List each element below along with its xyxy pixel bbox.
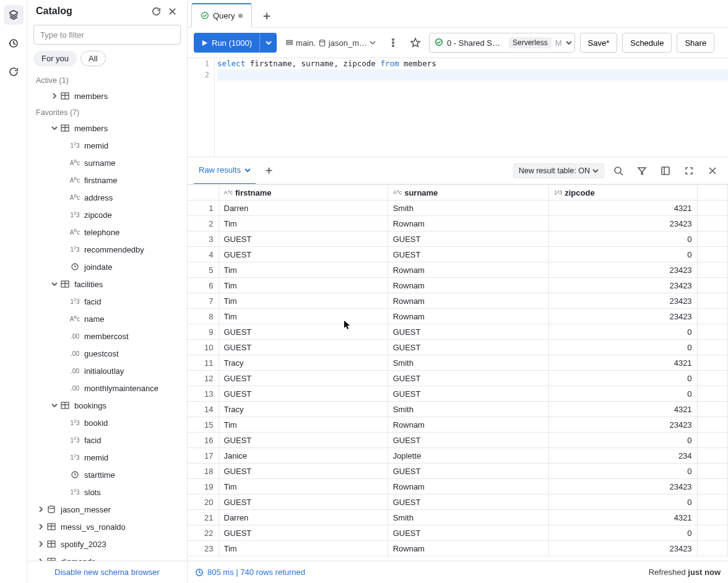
catalog-rail-icon[interactable] <box>4 5 24 25</box>
table-row[interactable]: 22GUESTGUEST0 <box>188 525 728 541</box>
tab-bar: Query <box>188 0 728 28</box>
column-row[interactable]: starttime <box>27 466 187 483</box>
column-row[interactable]: ABc telephone <box>27 223 187 241</box>
disable-browser-link[interactable]: Disable new schema browser <box>27 561 187 583</box>
column-row[interactable]: 123 memid <box>27 449 187 466</box>
unsaved-dot-icon <box>238 14 243 18</box>
refresh-rail-icon[interactable] <box>4 62 24 82</box>
table-row[interactable]: 12GUESTGUEST0 <box>188 371 728 386</box>
new-result-table-toggle[interactable]: New result table: ON <box>513 163 604 178</box>
table-row[interactable]: 16GUESTGUEST0 <box>188 433 728 448</box>
column-row[interactable]: ABc surname <box>27 154 187 171</box>
more-vertical-icon <box>388 38 398 48</box>
table-row[interactable]: 18GUESTGUEST0 <box>188 464 728 479</box>
column-row[interactable]: joindate <box>27 258 187 275</box>
table-row[interactable]: 1DarrenSmith4321 <box>188 201 728 216</box>
close-sidebar-icon[interactable] <box>166 5 178 17</box>
table-row[interactable]: 19TimRownam23423 <box>188 479 728 494</box>
table-row[interactable]: 10GUESTGUEST0 <box>188 340 728 355</box>
catalog-item-row[interactable]: jason_messer <box>27 501 187 518</box>
results-table[interactable]: Aᴮc firstnameAᴮc surname1²3 zipcode1Darr… <box>188 184 728 556</box>
results-grid[interactable]: Aᴮc firstnameAᴮc surname1²3 zipcode1Darr… <box>188 184 728 561</box>
column-row[interactable]: .00 monthlymaintenance <box>27 379 187 397</box>
fav-table-row[interactable]: bookings <box>27 397 187 414</box>
fav-table-row[interactable]: members <box>27 119 187 137</box>
column-row[interactable]: 123 facid <box>27 293 187 310</box>
table-row[interactable]: 15TimRownam23423 <box>188 417 728 433</box>
column-row[interactable]: .00 membercost <box>27 327 187 345</box>
svg-rect-13 <box>287 43 293 44</box>
run-options-button[interactable] <box>259 33 277 53</box>
table-row[interactable]: 21DarrenSmith4321 <box>188 510 728 525</box>
filter-input-wrapper[interactable] <box>33 25 181 45</box>
more-menu-button[interactable] <box>384 33 402 53</box>
column-header[interactable]: Aᴮc surname <box>388 185 549 201</box>
cluster-selector[interactable]: 0 - Shared SQ… Serverless M <box>429 33 575 53</box>
table-row[interactable]: 13GUESTGUEST0 <box>188 386 728 402</box>
history-rail-icon[interactable] <box>4 33 24 53</box>
catalog-item-row[interactable]: spotify_2023 <box>27 535 187 553</box>
save-button[interactable]: Save* <box>580 33 618 53</box>
table-row[interactable]: 8TimRownam23423 <box>188 309 728 324</box>
column-header[interactable]: Aᴮc firstname <box>219 185 388 201</box>
add-tab-button[interactable] <box>256 5 278 27</box>
table-row[interactable]: 7TimRownam23423 <box>188 293 728 309</box>
search-icon <box>613 166 623 176</box>
favorite-button[interactable] <box>407 33 424 53</box>
column-row[interactable]: 123 slots <box>27 483 187 501</box>
column-row[interactable]: .00 guestcost <box>27 345 187 362</box>
query-tab[interactable]: Query <box>191 3 252 28</box>
sql-editor[interactable]: 12 select firstname, surname, zipcode fr… <box>188 58 728 157</box>
status-bar: 805 ms | 740 rows returned Refreshed jus… <box>188 561 728 583</box>
column-header[interactable]: 1²3 zipcode <box>549 185 697 201</box>
column-row[interactable]: 123 memid <box>27 137 187 154</box>
column-row[interactable]: 123 facid <box>27 431 187 449</box>
expand-results-button[interactable] <box>680 162 698 180</box>
schedule-button[interactable]: Schedule <box>622 33 672 53</box>
table-row[interactable]: 14TracySmith4321 <box>188 402 728 417</box>
filter-input[interactable] <box>40 30 174 40</box>
column-row[interactable]: 123 recommendedby <box>27 241 187 258</box>
catalog-picker[interactable]: main. jason_m… <box>282 33 379 53</box>
share-button[interactable]: Share <box>677 33 714 53</box>
chevron-down-icon <box>245 167 251 173</box>
run-button[interactable]: Run (1000) <box>194 33 259 53</box>
table-row[interactable]: 9GUESTGUEST0 <box>188 324 728 340</box>
catalog-item-row[interactable]: diamonds <box>27 553 187 561</box>
close-icon <box>708 166 717 176</box>
table-row[interactable]: 3GUESTGUEST0 <box>188 231 728 247</box>
table-row[interactable]: 11TracySmith4321 <box>188 355 728 371</box>
table-row[interactable]: 23TimRownam23423 <box>188 541 728 556</box>
svg-point-17 <box>392 45 394 47</box>
panel-toggle-button[interactable] <box>656 162 675 180</box>
column-row[interactable]: ABc firstname <box>27 171 187 189</box>
close-results-button[interactable] <box>703 162 722 180</box>
code-area[interactable]: select firstname, surname, zipcode from … <box>215 58 728 157</box>
filter-results-button[interactable] <box>633 162 651 180</box>
add-result-tab-button[interactable] <box>261 162 278 179</box>
column-row[interactable]: ABc address <box>27 189 187 206</box>
table-row[interactable]: 5TimRownam23423 <box>188 262 728 278</box>
for-you-pill[interactable]: For you <box>33 51 77 66</box>
all-pill[interactable]: All <box>80 51 105 66</box>
table-row[interactable]: 20GUESTGUEST0 <box>188 494 728 510</box>
catalog-item-row[interactable]: messi_vs_ronaldo <box>27 518 187 535</box>
column-row[interactable]: .00 initialoutlay <box>27 362 187 379</box>
active-table-row[interactable]: members <box>27 87 187 105</box>
column-row[interactable]: 123 bookid <box>27 414 187 431</box>
raw-results-tab[interactable]: Raw results <box>194 157 256 184</box>
status-refreshed: Refreshed just now <box>649 568 721 577</box>
filter-icon <box>637 166 647 176</box>
table-row[interactable]: 17JaniceJoplette234 <box>188 448 728 464</box>
column-row[interactable]: ABc name <box>27 310 187 327</box>
schema-icon <box>318 39 326 47</box>
play-icon <box>201 40 208 46</box>
refresh-icon[interactable] <box>150 5 162 17</box>
table-row[interactable]: 6TimRownam23423 <box>188 278 728 293</box>
column-row[interactable]: 123 zipcode <box>27 206 187 223</box>
search-results-button[interactable] <box>609 162 628 180</box>
table-row[interactable]: 4GUESTGUEST0 <box>188 247 728 262</box>
fav-table-row[interactable]: facilities <box>27 275 187 293</box>
panel-icon <box>661 166 670 176</box>
table-row[interactable]: 2TimRownam23423 <box>188 216 728 231</box>
